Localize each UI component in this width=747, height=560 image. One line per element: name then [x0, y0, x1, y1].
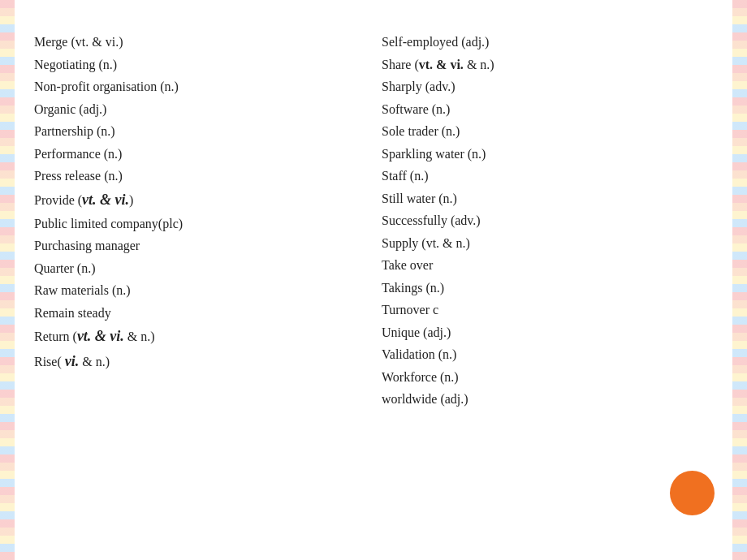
list-item: Sole trader (n.) [382, 120, 713, 143]
list-item: Press release (n.) [34, 165, 365, 187]
page-content: Merge (vt. & vi.)Negotiating (n.)Non-pro… [18, 0, 729, 560]
list-item: Self-employed (adj.) [382, 31, 713, 54]
list-item: Non-profit organisation (n.) [34, 75, 365, 98]
list-item: Sharply (adv.) [382, 75, 713, 98]
border-left-decoration [0, 0, 15, 560]
list-item: Share (vt. & vi. & n.) [382, 54, 713, 76]
border-right-decoration [732, 0, 747, 560]
list-item: Still water (n.) [382, 187, 713, 210]
left-column: Merge (vt. & vi.)Negotiating (n.)Non-pro… [34, 31, 365, 411]
list-item: Negotiating (n.) [34, 54, 365, 76]
list-item: Quarter (n.) [34, 257, 365, 280]
list-item: Raw materials (n.) [34, 279, 365, 302]
word-columns: Merge (vt. & vi.)Negotiating (n.)Non-pro… [34, 31, 713, 411]
list-item: Turnover c [382, 299, 713, 321]
list-item: Remain steady [34, 302, 365, 325]
list-item: Rise( vi. & n.) [34, 349, 365, 374]
list-item: Software (n.) [382, 98, 713, 121]
list-item: Takings (n.) [382, 277, 713, 299]
right-column: Self-employed (adj.)Share (vt. & vi. & n… [382, 31, 713, 411]
list-item: Public limited company(plc) [34, 213, 365, 235]
list-item: Provide (vt. & vi.) [34, 187, 365, 213]
list-item: Organic (adj.) [34, 98, 365, 121]
list-item: Purchasing manager [34, 235, 365, 257]
list-item: worldwide (adj.) [382, 388, 713, 411]
list-item: Performance (n.) [34, 143, 365, 166]
list-item: Partnership (n.) [34, 120, 365, 143]
list-item: Unique (adj.) [382, 321, 713, 344]
list-item: Workforce (n.) [382, 366, 713, 389]
orange-circle-decoration [670, 471, 715, 515]
list-item: Successfully (adv.) [382, 209, 713, 232]
list-item: Validation (n.) [382, 343, 713, 366]
list-item: Merge (vt. & vi.) [34, 31, 365, 54]
list-item: Sparkling water (n.) [382, 143, 713, 166]
list-item: Take over [382, 254, 713, 277]
list-item: Supply (vt. & n.) [382, 232, 713, 255]
list-item: Staff (n.) [382, 165, 713, 187]
list-item: Return (vt. & vi. & n.) [34, 324, 365, 349]
